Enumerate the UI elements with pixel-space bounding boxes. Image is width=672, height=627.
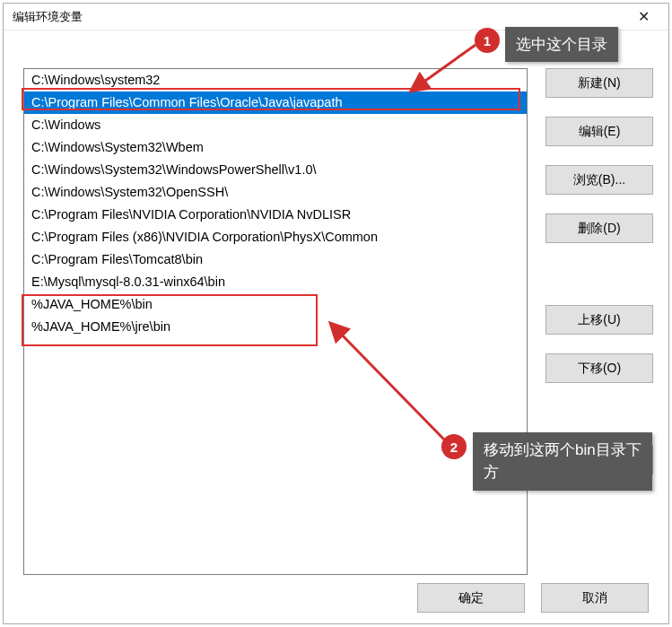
button-column: 新建(N) 编辑(E) 浏览(B)... 删除(D) 上移(U) 下移(O) 编…	[545, 68, 664, 493]
path-listbox[interactable]: C:\Windows\system32C:\Program Files\Comm…	[23, 68, 528, 575]
path-list-item[interactable]: E:\Mysql\mysql-8.0.31-winx64\bin	[24, 271, 527, 293]
annotation-text-2: 移动到这两个bin目录下方	[484, 440, 641, 483]
annotation-badge-2: 2	[441, 434, 467, 459]
annotation-callout-2: 移动到这两个bin目录下方	[473, 432, 652, 491]
delete-button[interactable]: 删除(D)	[545, 213, 653, 243]
path-list-item[interactable]: C:\Program Files\Tomcat8\bin	[24, 248, 527, 271]
path-list-item[interactable]: C:\Windows\system32	[24, 69, 527, 91]
path-list-item[interactable]: C:\Windows\System32\Wbem	[24, 136, 527, 159]
browse-button[interactable]: 浏览(B)...	[545, 165, 653, 195]
annotation-badge-1: 1	[475, 28, 500, 53]
cancel-button[interactable]: 取消	[541, 583, 649, 613]
close-icon: ✕	[638, 8, 650, 25]
move-up-button[interactable]: 上移(U)	[545, 305, 653, 335]
edit-button[interactable]: 编辑(E)	[545, 117, 653, 146]
path-list-item[interactable]: C:\Windows\System32\OpenSSH\	[24, 181, 527, 204]
path-list-item[interactable]: C:\Windows\System32\WindowsPowerShell\v1…	[24, 159, 527, 181]
window-title: 编辑环境变量	[13, 9, 83, 25]
path-list-item[interactable]: C:\Program Files\NVIDIA Corporation\NVID…	[24, 204, 527, 226]
move-down-button[interactable]: 下移(O)	[545, 353, 653, 383]
new-button[interactable]: 新建(N)	[545, 68, 653, 98]
path-list-item[interactable]: C:\Program Files\Common Files\Oracle\Jav…	[24, 91, 527, 114]
content-area: C:\Windows\system32C:\Program Files\Comm…	[23, 68, 649, 570]
annotation-callout-1: 选中这个目录	[505, 27, 618, 62]
close-button[interactable]: ✕	[625, 4, 661, 30]
annotation-text-1: 选中这个目录	[516, 34, 607, 55]
path-list-item[interactable]: %JAVA_HOME%\jre\bin	[24, 316, 527, 338]
path-list-item[interactable]: C:\Program Files (x86)\NVIDIA Corporatio…	[24, 226, 527, 248]
dialog-window: 编辑环境变量 ✕ C:\Windows\system32C:\Program F…	[3, 3, 669, 624]
path-list-item[interactable]: C:\Windows	[24, 114, 527, 136]
path-list-item[interactable]: %JAVA_HOME%\bin	[24, 293, 527, 316]
bottom-bar: 确定 取消	[417, 583, 649, 613]
ok-button[interactable]: 确定	[417, 583, 525, 613]
